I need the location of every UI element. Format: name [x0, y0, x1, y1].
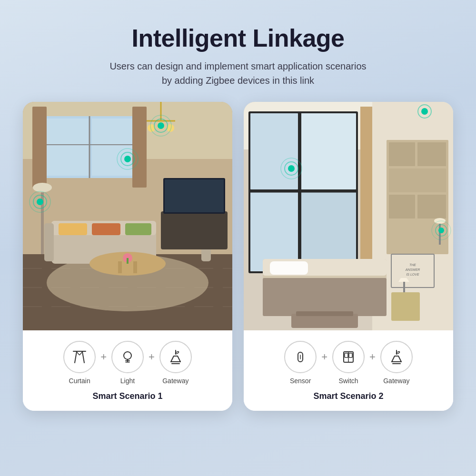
- device-curtain: Curtain: [63, 341, 96, 385]
- svg-rect-86: [403, 282, 405, 292]
- svg-rect-19: [44, 223, 54, 261]
- svg-rect-69: [360, 107, 372, 278]
- svg-rect-85: [391, 292, 420, 321]
- svg-point-36: [37, 198, 43, 205]
- sensor-label: Sensor: [290, 377, 311, 385]
- svg-rect-45: [73, 351, 86, 352]
- scene-image-1: [23, 102, 232, 330]
- gateway-svg-2: [388, 348, 405, 366]
- svg-rect-63: [250, 113, 298, 189]
- scenario-card-2: THE ANSWER IS LOVE: [244, 102, 453, 411]
- svg-rect-3: [47, 119, 89, 176]
- page-title: Intelligent Linkage: [109, 24, 366, 52]
- svg-line-49: [79, 352, 82, 355]
- svg-rect-72: [389, 142, 415, 166]
- switch-icon-circle: [332, 341, 365, 373]
- switch-label: Switch: [338, 377, 358, 385]
- scenario-2-title: Smart Scenario 2: [251, 391, 446, 401]
- plus-3: +: [321, 351, 327, 375]
- device-light: Light: [111, 341, 144, 385]
- plus-1: +: [100, 351, 107, 375]
- curtain-label: Curtain: [69, 377, 90, 385]
- gateway-2-label: Gateway: [383, 377, 409, 385]
- svg-rect-103: [345, 353, 348, 357]
- switch-svg: [340, 348, 357, 366]
- svg-rect-25: [127, 258, 129, 264]
- device-switch: Switch: [332, 341, 365, 385]
- gateway-icon-circle-1: [159, 341, 192, 373]
- scenario-1-title: Smart Scenario 1: [30, 391, 225, 401]
- light-svg: [119, 348, 136, 366]
- svg-rect-22: [118, 261, 122, 273]
- svg-rect-8: [132, 107, 147, 188]
- device-sensor: Sensor: [284, 341, 317, 385]
- svg-rect-75: [389, 195, 415, 218]
- card-1-footer: Curtain + Light +: [23, 330, 232, 411]
- card-2-devices-row: Sensor + Switch: [251, 341, 446, 385]
- svg-point-39: [124, 156, 131, 162]
- svg-rect-84: [263, 278, 387, 316]
- svg-rect-76: [417, 195, 446, 218]
- cards-container: Curtain + Light +: [0, 102, 476, 411]
- svg-point-42: [158, 122, 164, 129]
- svg-rect-73: [417, 142, 446, 166]
- svg-text:ANSWER: ANSWER: [405, 268, 420, 271]
- svg-rect-7: [32, 107, 47, 188]
- gateway-icon-circle-2: [380, 341, 413, 373]
- svg-text:IS LOVE: IS LOVE: [406, 273, 419, 276]
- device-gateway-1: Gateway: [159, 341, 192, 385]
- svg-rect-34: [41, 188, 44, 254]
- svg-point-94: [438, 228, 444, 233]
- svg-rect-65: [300, 113, 356, 189]
- svg-rect-23: [133, 261, 137, 273]
- gateway-svg-1: [167, 348, 184, 366]
- plus-4: +: [369, 351, 376, 375]
- svg-rect-17: [92, 223, 120, 235]
- svg-point-35: [33, 183, 52, 192]
- sensor-icon-circle: [284, 341, 317, 373]
- gateway-1-label: Gateway: [162, 377, 188, 385]
- page-subtitle: Users can design and implement smart app…: [109, 59, 366, 88]
- card-2-footer: Sensor + Switch: [244, 330, 453, 411]
- page-header: Intelligent Linkage Users can design and…: [100, 0, 376, 102]
- svg-rect-4: [92, 119, 135, 176]
- bedroom-scene: THE ANSWER IS LOVE: [244, 102, 453, 330]
- svg-point-92: [421, 108, 428, 115]
- svg-rect-28: [165, 179, 224, 212]
- sensor-svg: [292, 348, 309, 366]
- card-1-devices-row: Curtain + Light +: [30, 341, 225, 385]
- device-gateway-2: Gateway: [380, 341, 413, 385]
- plus-2: +: [149, 351, 155, 375]
- svg-rect-16: [59, 223, 87, 235]
- scenario-card-1: Curtain + Light +: [23, 102, 232, 411]
- svg-point-50: [124, 352, 131, 359]
- svg-rect-98: [296, 311, 353, 316]
- svg-rect-74: [389, 169, 446, 192]
- light-label: Light: [120, 377, 135, 385]
- svg-rect-26: [161, 211, 228, 249]
- scene-image-2: THE ANSWER IS LOVE: [244, 102, 453, 330]
- svg-text:THE: THE: [409, 263, 416, 267]
- living-room-scene: [23, 102, 232, 330]
- svg-rect-83: [270, 261, 308, 275]
- light-icon-circle: [111, 341, 144, 373]
- svg-rect-18: [125, 223, 151, 235]
- svg-line-48: [77, 352, 79, 355]
- svg-point-89: [288, 165, 295, 172]
- curtain-svg: [71, 348, 88, 366]
- curtain-icon-circle: [63, 341, 96, 373]
- svg-line-47: [82, 352, 84, 363]
- svg-rect-104: [349, 353, 352, 357]
- svg-line-46: [75, 352, 77, 363]
